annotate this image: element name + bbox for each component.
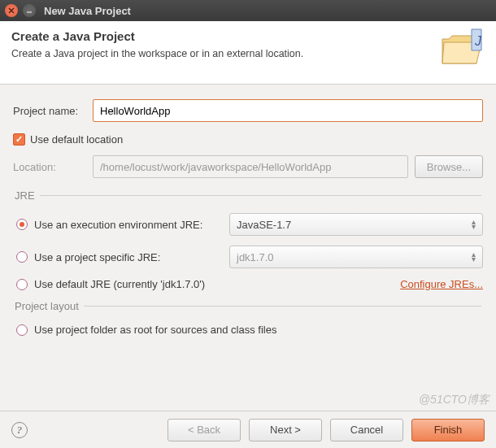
project-layout-fieldset: Project layout Use project folder as roo… bbox=[13, 300, 483, 336]
jre-execution-env-radio[interactable] bbox=[16, 219, 28, 230]
project-name-input[interactable] bbox=[93, 99, 483, 122]
project-name-label: Project name: bbox=[13, 105, 86, 117]
dialog-content: Project name: Use default location Locat… bbox=[0, 85, 496, 336]
jre-default-radio[interactable] bbox=[16, 279, 28, 290]
watermark: @51CTO博客 bbox=[419, 393, 489, 407]
project-layout-legend: Project layout bbox=[15, 300, 79, 312]
jre-execution-env-combo[interactable]: JavaSE-1.7 ▴▾ bbox=[229, 213, 483, 236]
location-label: Location: bbox=[13, 161, 86, 173]
dialog-footer: ? < Back Next > Cancel Finish bbox=[0, 411, 496, 448]
jre-fieldset: JRE Use an execution environment JRE: Ja… bbox=[13, 189, 483, 290]
svg-text:J: J bbox=[474, 34, 482, 48]
configure-jres-link[interactable]: Configure JREs... bbox=[400, 278, 483, 290]
layout-root-folder-label: Use project folder as root for sources a… bbox=[34, 324, 276, 336]
close-window-button[interactable] bbox=[5, 4, 18, 17]
browse-button[interactable]: Browse... bbox=[415, 155, 483, 178]
titlebar: New Java Project bbox=[0, 0, 496, 21]
cancel-button[interactable]: Cancel bbox=[330, 419, 403, 441]
dialog-header: Create a Java Project Create a Java proj… bbox=[0, 21, 496, 85]
minimize-window-button[interactable] bbox=[23, 4, 36, 17]
jre-project-specific-label: Use a project specific JRE: bbox=[34, 251, 223, 263]
folder-java-icon: J bbox=[441, 28, 486, 71]
next-button[interactable]: Next > bbox=[249, 419, 322, 441]
chevron-updown-icon: ▴▾ bbox=[472, 220, 476, 229]
jre-project-specific-radio[interactable] bbox=[16, 251, 28, 263]
window-title: New Java Project bbox=[44, 5, 131, 17]
use-default-location-checkbox[interactable] bbox=[13, 133, 25, 146]
layout-root-folder-radio[interactable] bbox=[16, 324, 28, 336]
header-subtitle: Create a Java project in the workspace o… bbox=[11, 48, 485, 59]
jre-execution-env-label: Use an execution environment JRE: bbox=[34, 219, 223, 231]
back-button[interactable]: < Back bbox=[168, 419, 241, 441]
help-icon[interactable]: ? bbox=[11, 422, 28, 438]
finish-button[interactable]: Finish bbox=[411, 419, 485, 441]
jre-project-specific-combo: jdk1.7.0 ▴▾ bbox=[229, 246, 483, 268]
location-input bbox=[93, 155, 408, 178]
use-default-location-label: Use default location bbox=[30, 133, 123, 146]
jre-legend: JRE bbox=[15, 189, 35, 202]
chevron-updown-icon: ▴▾ bbox=[472, 252, 476, 262]
header-title: Create a Java Project bbox=[11, 29, 485, 43]
jre-default-label: Use default JRE (currently 'jdk1.7.0') bbox=[34, 278, 205, 290]
